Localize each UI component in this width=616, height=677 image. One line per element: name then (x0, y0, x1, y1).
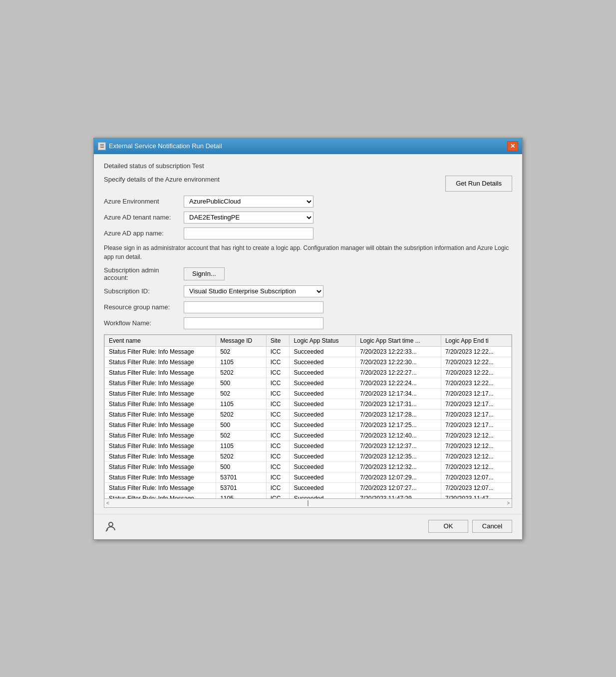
table-cell: 53701 (216, 472, 266, 482)
table-cell: Succeeded (290, 420, 356, 430)
table-row[interactable]: Status Filter Rule: Info Message500ICCSu… (105, 378, 512, 388)
table-cell: 7/20/2023 12:22:33... (356, 346, 441, 357)
table-cell: 7/20/2023 12:17:34... (356, 388, 441, 399)
table-cell: Status Filter Rule: Info Message (105, 346, 216, 357)
table-row[interactable]: Status Filter Rule: Info Message502ICCSu… (105, 430, 512, 441)
table-cell: Succeeded (290, 346, 356, 357)
table-cell: 500 (216, 461, 266, 472)
table-row[interactable]: Status Filter Rule: Info Message53701ICC… (105, 482, 512, 493)
table-row[interactable]: Status Filter Rule: Info Message1105ICCS… (105, 399, 512, 409)
table-row[interactable]: Status Filter Rule: Info Message5202ICCS… (105, 451, 512, 461)
table-cell: 7/20/2023 12:17... (441, 388, 511, 399)
table-cell: Status Filter Rule: Info Message (105, 409, 216, 420)
subscription-id-select[interactable]: Visual Studio Enterprise Subscription (184, 285, 323, 297)
table-cell: ICC (266, 346, 290, 357)
ok-button[interactable]: OK (428, 520, 468, 533)
horizontal-scrollbar[interactable]: < ┃ > (104, 499, 512, 508)
table-cell: 7/20/2023 12:17... (441, 409, 511, 420)
workflow-name-label: Workflow Name: (104, 319, 184, 327)
table-row[interactable]: Status Filter Rule: Info Message500ICCSu… (105, 461, 512, 472)
footer: OK Cancel (94, 514, 522, 539)
close-button[interactable]: ✕ (507, 141, 518, 151)
azure-env-select[interactable]: AzurePublicCloud AzureChinaCloud AzureGe… (184, 196, 313, 208)
title-bar-left: ☰ External Service Notification Run Deta… (98, 142, 222, 150)
resource-group-input[interactable]: Resource1 (184, 301, 323, 313)
table-cell: Status Filter Rule: Info Message (105, 461, 216, 472)
svg-point-0 (109, 522, 113, 526)
azure-ad-app-row: Azure AD app name: AsmServerApp (104, 227, 512, 239)
azure-ad-tenant-control: DAE2ETestingPE (184, 212, 512, 224)
table-cell: ICC (266, 367, 290, 378)
table-row[interactable]: Status Filter Rule: Info Message1105ICCS… (105, 357, 512, 367)
table-cell: Status Filter Rule: Info Message (105, 378, 216, 388)
table-cell: Status Filter Rule: Info Message (105, 472, 216, 482)
table-cell: ICC (266, 357, 290, 367)
table-cell: 7/20/2023 12:22... (441, 346, 511, 357)
table-cell: Succeeded (290, 451, 356, 461)
table-cell: 7/20/2023 12:12:35... (356, 451, 441, 461)
table-cell: 7/20/2023 12:22... (441, 357, 511, 367)
table-cell: Status Filter Rule: Info Message (105, 357, 216, 367)
table-cell: 7/20/2023 12:12... (441, 461, 511, 472)
table-cell: Succeeded (290, 378, 356, 388)
user-icon (104, 519, 118, 533)
subscription-admin-label: Subscription admin account: (104, 266, 184, 281)
main-window: ☰ External Service Notification Run Deta… (93, 138, 523, 540)
azure-ad-app-control: AsmServerApp (184, 227, 512, 239)
scroll-bar-indicator: ┃ (111, 500, 505, 506)
table-row[interactable]: Status Filter Rule: Info Message5202ICCS… (105, 409, 512, 420)
table-header-row: Event name Message ID Site Logic App Sta… (105, 335, 512, 346)
azure-ad-app-input[interactable]: AsmServerApp (184, 227, 313, 239)
table-cell: 7/20/2023 12:07:27... (356, 482, 441, 493)
sign-in-button[interactable]: SignIn... (184, 267, 225, 280)
col-logic-app-start: Logic App Start time ... (356, 335, 441, 346)
table-cell: 7/20/2023 12:12:37... (356, 441, 441, 451)
table-cell: 502 (216, 388, 266, 399)
azure-ad-tenant-select[interactable]: DAE2ETestingPE (184, 212, 313, 224)
workflow-name-input[interactable]: ExNotification (184, 317, 323, 329)
subscription-id-row: Subscription ID: Visual Studio Enterpris… (104, 285, 512, 297)
azure-ad-app-label: Azure AD app name: (104, 229, 184, 237)
table-cell: 500 (216, 378, 266, 388)
table-cell: 7/20/2023 12:12:32... (356, 461, 441, 472)
azure-env-control: AzurePublicCloud AzureChinaCloud AzureGe… (184, 196, 512, 208)
cancel-button[interactable]: Cancel (472, 520, 512, 533)
table-cell: 7/20/2023 12:12... (441, 430, 511, 441)
scroll-left-arrow[interactable]: < (104, 500, 111, 506)
table-row[interactable]: Status Filter Rule: Info Message1105ICCS… (105, 441, 512, 451)
table-cell: 7/20/2023 12:17:25... (356, 420, 441, 430)
table-row[interactable]: Status Filter Rule: Info Message1105ICCS… (105, 493, 512, 499)
table-cell: 502 (216, 430, 266, 441)
table-cell: 7/20/2023 11:47:29... (356, 493, 441, 499)
table-row[interactable]: Status Filter Rule: Info Message53701ICC… (105, 472, 512, 482)
table-cell: 7/20/2023 12:22:24... (356, 378, 441, 388)
table-cell: Succeeded (290, 461, 356, 472)
table-cell: 7/20/2023 12:22... (441, 367, 511, 378)
col-logic-app-status: Logic App Status (290, 335, 356, 346)
status-label: Detailed status of subscription Test (104, 162, 512, 170)
table-cell: 1105 (216, 357, 266, 367)
table-row[interactable]: Status Filter Rule: Info Message5202ICCS… (105, 367, 512, 378)
table-cell: 7/20/2023 12:22:27... (356, 367, 441, 378)
subscription-id-label: Subscription ID: (104, 287, 184, 295)
table-cell: 7/20/2023 12:07... (441, 472, 511, 482)
azure-ad-tenant-label: Azure AD tenant name: (104, 214, 184, 221)
table-cell: 7/20/2023 12:12... (441, 451, 511, 461)
table-cell: 7/20/2023 12:22:30... (356, 357, 441, 367)
table-cell: 502 (216, 346, 266, 357)
scroll-right-arrow[interactable]: > (505, 500, 512, 506)
azure-env-row: Azure Environment AzurePublicCloud Azure… (104, 196, 512, 208)
table-row[interactable]: Status Filter Rule: Info Message502ICCSu… (105, 388, 512, 399)
table-cell: Succeeded (290, 409, 356, 420)
table-row[interactable]: Status Filter Rule: Info Message502ICCSu… (105, 346, 512, 357)
table-cell: 7/20/2023 12:22... (441, 378, 511, 388)
results-table-container[interactable]: Event name Message ID Site Logic App Sta… (104, 334, 512, 499)
results-table: Event name Message ID Site Logic App Sta… (104, 335, 512, 499)
table-row[interactable]: Status Filter Rule: Info Message500ICCSu… (105, 420, 512, 430)
subscription-id-control: Visual Studio Enterprise Subscription (184, 285, 512, 297)
table-cell: Status Filter Rule: Info Message (105, 430, 216, 441)
azure-ad-tenant-row: Azure AD tenant name: DAE2ETestingPE (104, 212, 512, 224)
table-cell: 5202 (216, 451, 266, 461)
get-run-details-button[interactable]: Get Run Details (445, 176, 512, 192)
resource-group-label: Resource group name: (104, 303, 184, 311)
